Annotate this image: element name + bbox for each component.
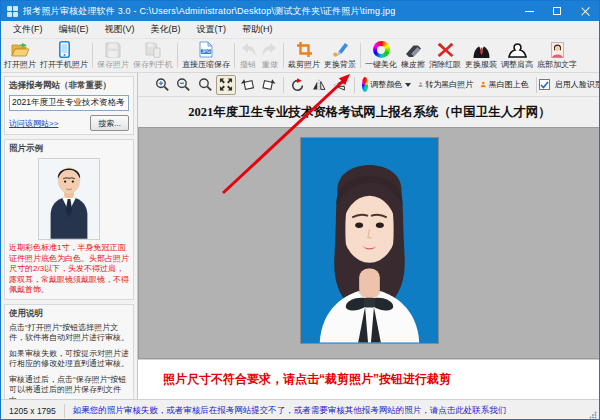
open-phone-photo-button[interactable]: 打开手机照片 [38,40,90,71]
button-label: 转为黑白照片 [425,79,473,90]
instruction-paragraph: 如果审核失败，可按提示对照片进行相应的修改处理直到通过审核。 [9,349,129,370]
change-clothes-button[interactable]: 更换服装 [463,40,499,71]
minimize-button[interactable] [515,1,543,21]
zoom-in-button[interactable] [152,75,172,95]
compress-save-button[interactable]: JPG 直接压缩保存 [180,40,232,71]
eraser-button[interactable]: 橡皮擦 [399,40,427,71]
free-rotate-button[interactable] [288,75,308,95]
button-label: 调整肩高 [501,59,533,70]
site-banner: 2021年度卫生专业技术资格考试网上报名系统（中国卫生人才网） [138,97,600,127]
toolbar-separator [536,77,537,93]
floppy-icon [105,41,121,58]
instruction-paragraph: 审核通过后，点击“保存照片”按钮可以将通过后的照片保存到文件中。 [9,375,129,399]
face-detect-checkbox[interactable]: 启用人脸识别 [541,75,600,95]
close-icon [581,7,590,16]
crop-photo-button[interactable]: 裁剪照片 [286,40,322,71]
color-wheel-icon [373,41,390,58]
button-label: 保存照片 [97,59,129,70]
flip-vertical-button[interactable] [330,75,350,95]
person-orange-icon [480,77,486,92]
close-button[interactable] [571,1,599,21]
eraser-icon [405,41,422,58]
change-background-button[interactable]: 更换背景 [322,40,358,71]
toolbar-separator [177,43,178,68]
button-label: 保存到手机 [133,59,173,70]
current-photo [300,137,439,344]
colorize-button[interactable]: 黑白图上色 [477,75,531,95]
person-gray-icon [418,77,423,92]
zoom-out-button[interactable] [173,75,193,95]
instructions-group: 使用说明 点击“打开照片”按钮选择照片文件，软件将自动对照片进行审核。 如果审核… [4,304,134,399]
zoom-original-button[interactable] [195,75,215,95]
floppy-phone-icon [145,41,161,58]
menu-beautify[interactable]: 美化(B) [143,21,189,38]
save-photo-button[interactable]: 保存照片 [95,40,131,71]
button-label: 更换服装 [465,59,497,70]
fit-window-icon [219,77,233,92]
zoom-original-icon [198,76,212,93]
menu-file[interactable]: 文件(F) [5,21,51,38]
to-grayscale-button[interactable]: 转为黑白照片 [415,75,476,95]
adjust-color-button[interactable]: 调整颜色 [359,75,414,95]
button-label: 重做 [262,59,278,70]
color-wheel-icon [362,77,368,92]
button-label: 撤销 [240,59,256,70]
visit-site-link[interactable]: 访问该网站>> [9,118,58,129]
site-group-title: 选择报考网站（非常重要） [9,80,129,92]
save-to-phone-button[interactable]: 保存到手机 [131,40,175,71]
flip-horizontal-icon [312,78,326,92]
resize-grip[interactable] [589,411,597,419]
button-label: 打开手机照片 [40,59,88,70]
checkbox-label: 启用人脸识别 [555,79,600,90]
jpg-file-icon: JPG [199,41,213,58]
toolbar-separator [360,43,361,68]
shoulder-outline-icon [508,41,527,58]
search-button[interactable]: 搜索... [90,115,129,131]
add-bottom-text-button[interactable]: 底部加文字 [535,40,579,71]
undo-icon [239,41,257,58]
rotate-right-button[interactable] [259,75,279,95]
phone-icon [59,41,70,58]
toolbar-separator [283,43,284,68]
button-label: 打开照片 [4,59,36,70]
toolbar-separator [354,77,355,93]
zoom-out-icon [176,76,190,93]
brush-icon [332,41,349,58]
toolbar-separator [92,43,93,68]
remove-redeye-button[interactable]: 消除红眼 [427,40,463,71]
size-warning-text: 照片尺寸不符合要求，请点击“裁剪照片”按钮进行裁剪 [163,371,451,388]
open-photo-button[interactable]: 打开照片 [2,40,38,71]
photo-requirements-note: 近期彩色标准1寸，半身免冠正面证件照片底色为白色。头部占照片尺寸的2/3以下，头… [9,243,129,296]
button-label: 调整颜色 [370,79,402,90]
free-rotate-icon [291,77,305,93]
message-panel: 照片尺寸不符合要求，请点击“裁剪照片”按钮进行裁剪 [138,359,600,399]
menu-edit[interactable]: 编辑(E) [51,21,97,38]
menu-view[interactable]: 视图(V) [97,21,143,38]
menu-settings[interactable]: 设置(T) [189,21,235,38]
site-select-combobox[interactable]: 2021年度卫生专业技术资格考 [9,95,129,111]
toolbar-separator [234,43,235,68]
button-label: 黑白图上色 [489,79,529,90]
photo-canvas [138,127,600,359]
menu-bar: 文件(F) 编辑(E) 视图(V) 美化(B) 设置(T) 帮助(H) [1,21,599,39]
example-group-title: 照片示例 [9,143,129,155]
suit-icon [472,41,491,58]
contact-us-link[interactable]: 如果您的照片审核失败，或者审核后在报考网站提交不了，或者需要审核其他报考网站的照… [65,405,515,417]
menu-help[interactable]: 帮助(H) [234,21,281,38]
maximize-button[interactable] [543,1,571,21]
flip-horizontal-button[interactable] [309,75,329,95]
redo-button[interactable]: 重做 [259,40,281,71]
adjust-shoulder-button[interactable]: 调整肩高 [499,40,535,71]
rotate-left-button[interactable] [237,75,257,95]
chevron-down-icon [405,83,411,87]
window-title: 报考照片审核处理软件 3.0 - C:\Users\Administrator\… [23,5,515,18]
flip-vertical-icon [333,78,347,92]
fit-window-button[interactable] [216,75,236,95]
portrait-photo-icon [551,41,564,58]
status-bar: 1205 x 1795 如果您的照片审核失败，或者审核后在报考网站提交不了，或者… [1,399,599,420]
rotate-left-icon [240,77,254,92]
toolbar-separator [283,77,284,93]
undo-button[interactable]: 撤销 [237,40,259,71]
site-select-group: 选择报考网站（非常重要） 2021年度卫生专业技术资格考 访问该网站>> 搜索.… [4,76,134,135]
beautify-button[interactable]: 一键美化 [363,40,399,71]
